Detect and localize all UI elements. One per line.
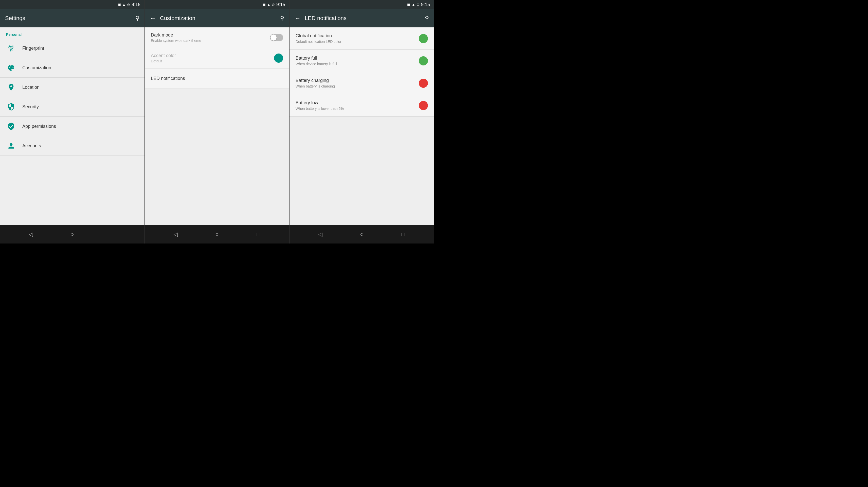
battery-icon-2: ⊙ [272, 3, 275, 7]
accounts-icon [6, 141, 16, 151]
sidebar-item-security[interactable]: Security [0, 97, 145, 117]
battery-full-subtitle: When device battery is full [296, 62, 337, 66]
home-button-2[interactable]: ○ [211, 228, 223, 241]
recents-button-2[interactable]: □ [252, 228, 265, 241]
battery-low-subtitle: When battery is lower than 5% [296, 107, 344, 111]
customization-icon [6, 63, 16, 73]
settings-top-bar: Settings ⚲ [0, 9, 145, 27]
image-icon-3: ▣ [407, 3, 410, 7]
settings-search-button[interactable]: ⚲ [135, 15, 140, 22]
battery-low-led[interactable] [419, 101, 428, 110]
signal-icon-2: ▲ [267, 3, 271, 7]
status-bar-2: ▣ ▲ ⊙ 9:15 [145, 0, 289, 9]
back-button-2[interactable]: ◁ [169, 228, 182, 241]
global-notification-led[interactable] [419, 34, 428, 43]
location-icon [6, 82, 16, 92]
battery-full-led[interactable] [419, 56, 428, 65]
battery-low-text: Battery low When battery is lower than 5… [296, 100, 344, 111]
led-top-bar: ← LED notifications ⚲ [289, 9, 434, 27]
dark-mode-toggle-thumb [271, 34, 277, 40]
app-permissions-icon [6, 121, 16, 132]
customization-screen: ▣ ▲ ⊙ 9:15 ← Customization ⚲ Dark mode E… [145, 0, 289, 244]
global-notification-title: Global notification [296, 33, 341, 38]
battery-low-title: Battery low [296, 100, 344, 106]
location-label: Location [22, 85, 39, 90]
led-content: Global notification Default notification… [289, 27, 434, 225]
nav-bar-2: ◁ ○ □ [145, 225, 289, 244]
dark-mode-title: Dark mode [151, 32, 201, 38]
battery-charging-led[interactable] [419, 79, 428, 88]
accent-color-text: Accent color Default [151, 53, 176, 63]
global-notification-subtitle: Default notification LED color [296, 39, 341, 44]
settings-content: Personal Fingerprint Customization Locat… [0, 27, 145, 225]
customization-title: Customization [160, 15, 276, 22]
dark-mode-row[interactable]: Dark mode Enable system wide dark theme [145, 27, 289, 48]
global-notification-row[interactable]: Global notification Default notification… [289, 27, 434, 50]
recents-button-3[interactable]: □ [397, 228, 409, 241]
battery-low-row[interactable]: Battery low When battery is lower than 5… [289, 94, 434, 117]
status-bar-3: ▣ ▲ ⊙ 9:15 [289, 0, 434, 9]
sidebar-item-location[interactable]: Location [0, 78, 145, 97]
signal-icon-3: ▲ [412, 3, 415, 7]
settings-screen: ▣ ▲ ⊙ 9:15 Settings ⚲ Personal Fingerpri… [0, 0, 145, 244]
status-icons-2: ▣ ▲ ⊙ [262, 3, 275, 7]
sidebar-item-accounts[interactable]: Accounts [0, 136, 145, 156]
customization-top-bar: ← Customization ⚲ [145, 9, 289, 27]
global-notification-text: Global notification Default notification… [296, 33, 341, 44]
led-notifications-title: LED notifications [151, 76, 185, 81]
sidebar-item-app-permissions[interactable]: App permissions [0, 117, 145, 136]
nav-bar-1: ◁ ○ □ [0, 225, 145, 244]
led-notifications-screen: ▣ ▲ ⊙ 9:15 ← LED notifications ⚲ Global … [289, 0, 434, 244]
nav-bar-3: ◁ ○ □ [289, 225, 434, 244]
dark-mode-subtitle: Enable system wide dark theme [151, 38, 201, 42]
vibrate-icon-2: ▣ [262, 3, 266, 7]
customization-content: Dark mode Enable system wide dark theme … [145, 27, 289, 225]
fingerprint-label: Fingerprint [22, 46, 44, 51]
battery-charging-row[interactable]: Battery charging When battery is chargin… [289, 72, 434, 94]
signal-icon: ▲ [122, 3, 126, 7]
led-search-button[interactable]: ⚲ [425, 15, 429, 22]
sidebar-item-customization[interactable]: Customization [0, 58, 145, 78]
battery-charging-title: Battery charging [296, 78, 335, 83]
personal-section-label: Personal [0, 27, 145, 38]
home-button-1[interactable]: ○ [66, 228, 79, 241]
back-button-1[interactable]: ◁ [25, 228, 37, 241]
customization-back-button[interactable]: ← [150, 15, 156, 22]
time-display-3: 9:15 [421, 2, 430, 7]
battery-full-row[interactable]: Battery full When device battery is full [289, 50, 434, 72]
led-notifications-text: LED notifications [151, 76, 185, 81]
app-permissions-label: App permissions [22, 124, 56, 129]
fingerprint-icon [6, 43, 16, 53]
customization-label: Customization [22, 65, 51, 70]
security-label: Security [22, 104, 39, 110]
battery-charging-subtitle: When battery is charging [296, 84, 335, 88]
battery-full-title: Battery full [296, 56, 337, 61]
led-back-button[interactable]: ← [294, 15, 301, 22]
accent-color-subtitle: Default [151, 59, 176, 63]
dark-mode-text: Dark mode Enable system wide dark theme [151, 32, 201, 42]
battery-icon-3: ⊙ [416, 3, 420, 7]
accounts-label: Accounts [22, 143, 41, 149]
led-notifications-row[interactable]: LED notifications [145, 68, 289, 89]
customization-search-button[interactable]: ⚲ [280, 15, 284, 22]
battery-full-text: Battery full When device battery is full [296, 56, 337, 66]
security-icon [6, 102, 16, 112]
recents-button-1[interactable]: □ [107, 228, 120, 241]
status-bar-1: ▣ ▲ ⊙ 9:15 [0, 0, 145, 9]
accent-color-row[interactable]: Accent color Default [145, 48, 289, 68]
vibrate-icon: ▣ [118, 3, 121, 7]
status-icons-1: ▣ ▲ ⊙ [118, 3, 130, 7]
accent-color-title: Accent color [151, 53, 176, 58]
settings-title: Settings [5, 15, 131, 22]
time-display-2: 9:15 [276, 2, 285, 7]
led-title: LED notifications [305, 15, 421, 22]
home-button-3[interactable]: ○ [355, 228, 368, 241]
status-icons-3: ▣ ▲ ⊙ [407, 3, 420, 7]
battery-charging-text: Battery charging When battery is chargin… [296, 78, 335, 88]
back-button-3[interactable]: ◁ [314, 228, 327, 241]
battery-icon: ⊙ [127, 3, 130, 7]
time-display-1: 9:15 [131, 2, 141, 7]
dark-mode-toggle[interactable] [270, 34, 283, 41]
accent-color-dot[interactable] [274, 54, 283, 63]
sidebar-item-fingerprint[interactable]: Fingerprint [0, 38, 145, 58]
